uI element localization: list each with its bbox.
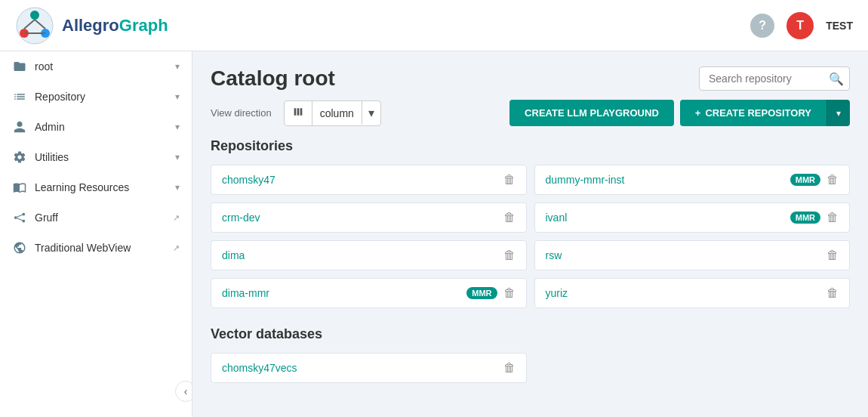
repositories-grid: chomsky47 🗑 dummy-mmr-inst MMR 🗑 crm-dev…	[211, 165, 850, 308]
view-direction-row: View direction column ▾ CREATE LLM PLAYG…	[211, 100, 850, 126]
repo-card-right: MMR 🗑	[466, 286, 515, 300]
repo-card-right: MMR 🗑	[790, 173, 839, 187]
delete-icon[interactable]: 🗑	[826, 286, 839, 300]
page-title: Catalog root	[211, 66, 335, 91]
sidebar-item-admin-label: Admin	[35, 121, 168, 133]
repo-name[interactable]: dima	[222, 249, 245, 261]
column-view-icon	[285, 101, 312, 125]
chevron-down-icon: ▾	[175, 91, 180, 102]
repo-card[interactable]: dummy-mmr-inst MMR 🗑	[534, 165, 851, 195]
plus-icon: +	[695, 107, 701, 119]
sidebar-item-repository[interactable]: Repository ▾	[0, 82, 192, 112]
create-llm-playground-button[interactable]: CREATE LLM PLAYGROUND	[509, 100, 674, 126]
sidebar-item-gruff-label: Gruff	[35, 212, 165, 224]
repo-name[interactable]: crm-dev	[222, 212, 260, 224]
folder-icon	[12, 59, 27, 74]
logo-icon	[15, 6, 54, 45]
mmr-badge: MMR	[466, 287, 497, 299]
main-content: Catalog root 🔍 View direction column ▾ C…	[192, 51, 868, 417]
repo-card[interactable]: rsw 🗑	[534, 240, 851, 270]
svg-point-8	[22, 213, 25, 216]
sidebar-collapse-button[interactable]: ‹	[175, 381, 192, 402]
delete-icon[interactable]: 🗑	[503, 249, 516, 262]
view-selector-text: column	[312, 103, 362, 124]
user-name-label: TEST	[826, 20, 853, 32]
delete-icon[interactable]: 🗑	[503, 211, 516, 224]
external-link-icon: ↗	[173, 243, 180, 253]
repo-name[interactable]: yuriz	[546, 287, 568, 299]
create-repository-button[interactable]: + CREATE REPOSITORY	[680, 100, 826, 126]
repo-card-right: MMR 🗑	[790, 211, 839, 224]
search-area: 🔍	[699, 66, 850, 91]
user-avatar[interactable]: T	[786, 12, 814, 39]
sidebar-item-utilities[interactable]: Utilities ▾	[0, 142, 192, 172]
sidebar-item-learning-resources-label: Learning Resources	[35, 181, 168, 193]
svg-point-1	[30, 11, 39, 20]
delete-icon[interactable]: 🗑	[826, 173, 839, 187]
repo-name[interactable]: dima-mmr	[222, 287, 269, 299]
sidebar-item-utilities-label: Utilities	[35, 151, 168, 163]
logo-area: AllegroGraph	[15, 6, 168, 45]
chevron-down-icon: ▾	[175, 152, 180, 162]
repo-card[interactable]: ivanl MMR 🗑	[534, 202, 851, 233]
view-selector[interactable]: column ▾	[284, 100, 381, 126]
sidebar-item-traditional-webview[interactable]: Traditional WebView ↗	[0, 233, 192, 263]
delete-icon[interactable]: 🗑	[503, 361, 516, 375]
gear-icon	[12, 150, 27, 165]
list-icon	[12, 89, 27, 104]
external-link-icon: ↗	[173, 213, 180, 223]
repo-card-right: 🗑	[503, 211, 516, 224]
repo-name[interactable]: dummy-mmr-inst	[546, 174, 625, 186]
person-icon	[12, 119, 27, 134]
chevron-down-icon: ▾	[175, 122, 180, 132]
sidebar-item-root[interactable]: root ▾	[0, 51, 192, 82]
sidebar-item-root-label: root	[35, 60, 168, 73]
repo-card-right: 🗑	[826, 249, 839, 262]
search-input-wrap: 🔍	[699, 66, 850, 91]
sidebar-item-admin[interactable]: Admin ▾	[0, 112, 192, 142]
delete-icon[interactable]: 🗑	[503, 173, 516, 187]
repositories-section: Repositories chomsky47 🗑 dummy-mmr-inst …	[211, 138, 850, 308]
chevron-down-icon: ▾	[175, 61, 180, 72]
create-repository-button-wrap: + CREATE REPOSITORY ▾	[680, 100, 850, 126]
book-icon	[12, 180, 27, 195]
help-button[interactable]: ?	[750, 14, 774, 38]
search-icon[interactable]: 🔍	[829, 72, 844, 86]
repo-card[interactable]: crm-dev 🗑	[211, 202, 527, 233]
vector-databases-title: Vector databases	[211, 326, 850, 342]
repo-card[interactable]: dima 🗑	[211, 240, 527, 270]
mmr-badge: MMR	[790, 174, 820, 186]
create-repository-split-button[interactable]: ▾	[826, 100, 850, 126]
web-icon	[12, 240, 27, 255]
repo-name[interactable]: rsw	[546, 249, 562, 261]
repo-card[interactable]: yuriz 🗑	[534, 278, 851, 308]
repo-card-right: 🗑	[503, 173, 516, 187]
layout: root ▾ Repository ▾ Admin ▾ Utilities ▾	[0, 51, 868, 417]
repo-card[interactable]: dima-mmr MMR 🗑	[211, 278, 527, 308]
repo-name[interactable]: chomsky47vecs	[222, 362, 297, 374]
sidebar-item-learning-resources[interactable]: Learning Resources ▾	[0, 172, 192, 202]
repo-card-right: 🗑	[826, 286, 839, 300]
svg-point-9	[22, 220, 25, 223]
search-input[interactable]	[699, 66, 850, 91]
graph-icon	[12, 210, 27, 225]
header: AllegroGraph ? T TEST	[0, 0, 868, 51]
sidebar-item-gruff[interactable]: Gruff ↗	[0, 202, 192, 233]
page-header: Catalog root 🔍	[211, 66, 850, 91]
repo-name[interactable]: chomsky47	[222, 174, 275, 186]
delete-icon[interactable]: 🗑	[503, 286, 516, 300]
delete-icon[interactable]: 🗑	[826, 249, 839, 262]
sidebar-item-traditional-webview-label: Traditional WebView	[35, 242, 165, 254]
repo-card[interactable]: chomsky47vecs 🗑	[211, 353, 527, 383]
repo-card-right: 🗑	[503, 361, 516, 375]
chevron-down-icon: ▾	[175, 182, 180, 193]
delete-icon[interactable]: 🗑	[826, 211, 839, 224]
repo-name[interactable]: ivanl	[546, 212, 568, 224]
svg-line-11	[17, 218, 22, 221]
view-direction-label: View direction	[211, 107, 272, 119]
vector-databases-section: Vector databases chomsky47vecs 🗑	[211, 326, 850, 383]
sidebar-item-repository-label: Repository	[35, 91, 168, 103]
repo-card[interactable]: chomsky47 🗑	[211, 165, 527, 195]
chevron-down-icon[interactable]: ▾	[362, 101, 380, 125]
action-buttons: CREATE LLM PLAYGROUND + CREATE REPOSITOR…	[509, 100, 850, 126]
